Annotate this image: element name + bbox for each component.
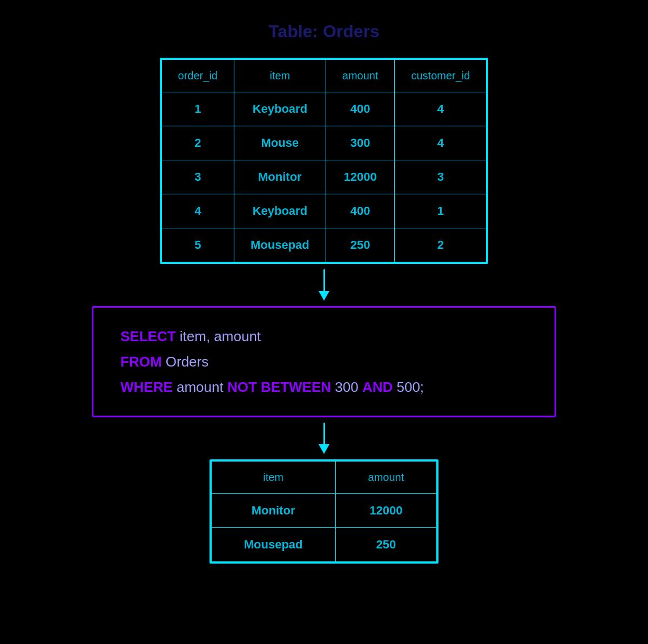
sql-line-2: FROM Orders <box>120 349 528 375</box>
source-table-cell: Mousepad <box>234 228 326 262</box>
source-table-cell: 1 <box>395 194 487 228</box>
result-table-cell: Monitor <box>211 494 335 528</box>
source-table-row: 1Keyboard4004 <box>161 92 487 126</box>
col-header-amount: amount <box>326 60 395 92</box>
source-table-cell: 4 <box>395 92 487 126</box>
source-table-header-row: order_id item amount customer_id <box>161 60 487 92</box>
source-table-cell: 2 <box>161 126 234 160</box>
source-table-cell: 1 <box>161 92 234 126</box>
sql-line-1: SELECT item, amount <box>120 324 528 349</box>
page-container: Table: Orders order_id item amount custo… <box>0 0 648 644</box>
result-table-cell: Mousepad <box>211 528 335 562</box>
sql-not-between-keyword: NOT BETWEEN <box>227 379 331 395</box>
source-table-cell: 4 <box>161 194 234 228</box>
arrow-head-1 <box>319 291 329 301</box>
page-title: Table: Orders <box>268 22 380 42</box>
result-table-row: Mousepad250 <box>211 528 437 562</box>
sql-500: 500; <box>393 379 424 395</box>
arrow-line-2 <box>323 423 325 444</box>
source-table-cell: Monitor <box>234 160 326 194</box>
sql-where-keyword: WHERE <box>120 379 173 395</box>
result-table-cell: 250 <box>335 528 437 562</box>
source-table-cell: 2 <box>395 228 487 262</box>
source-table-cell: 12000 <box>326 160 395 194</box>
arrow-head-2 <box>319 444 329 454</box>
source-table-cell: 400 <box>326 92 395 126</box>
source-table-cell: Keyboard <box>234 92 326 126</box>
sql-line-3: WHERE amount NOT BETWEEN 300 AND 500; <box>120 375 528 400</box>
arrow-2 <box>319 423 329 454</box>
source-table: order_id item amount customer_id 1Keyboa… <box>161 59 487 262</box>
sql-where-amount: amount <box>173 379 227 395</box>
sql-from-keyword: FROM <box>120 354 162 370</box>
sql-select-text: item, amount <box>176 328 261 344</box>
result-table-cell: 12000 <box>335 494 437 528</box>
source-table-row: 3Monitor120003 <box>161 160 487 194</box>
source-table-cell: Keyboard <box>234 194 326 228</box>
source-table-cell: 400 <box>326 194 395 228</box>
col-header-customer-id: customer_id <box>395 60 487 92</box>
source-table-row: 4Keyboard4001 <box>161 194 487 228</box>
sql-300: 300 <box>331 379 362 395</box>
sql-select-keyword: SELECT <box>120 328 176 344</box>
source-table-row: 5Mousepad2502 <box>161 228 487 262</box>
source-table-cell: 3 <box>161 160 234 194</box>
sql-and-keyword: AND <box>362 379 393 395</box>
source-table-cell: 5 <box>161 228 234 262</box>
source-table-cell: 3 <box>395 160 487 194</box>
col-header-item: item <box>234 60 326 92</box>
source-table-cell: 250 <box>326 228 395 262</box>
source-table-cell: Mouse <box>234 126 326 160</box>
col-header-order-id: order_id <box>161 60 234 92</box>
result-table: item amount Monitor12000Mousepad250 <box>211 461 437 562</box>
result-col-header-item: item <box>211 462 335 494</box>
sql-box: SELECT item, amount FROM Orders WHERE am… <box>92 306 556 417</box>
arrow-line-1 <box>323 269 325 291</box>
source-table-wrapper: order_id item amount customer_id 1Keyboa… <box>160 58 489 264</box>
result-col-header-amount: amount <box>335 462 437 494</box>
source-table-cell: 300 <box>326 126 395 160</box>
sql-from-text: Orders <box>162 354 209 370</box>
source-table-cell: 4 <box>395 126 487 160</box>
result-table-row: Monitor12000 <box>211 494 437 528</box>
result-table-wrapper: item amount Monitor12000Mousepad250 <box>210 459 439 564</box>
source-table-row: 2Mouse3004 <box>161 126 487 160</box>
arrow-1 <box>319 269 329 301</box>
result-table-header-row: item amount <box>211 462 437 494</box>
result-section: item amount Monitor12000Mousepad250 <box>210 459 439 564</box>
